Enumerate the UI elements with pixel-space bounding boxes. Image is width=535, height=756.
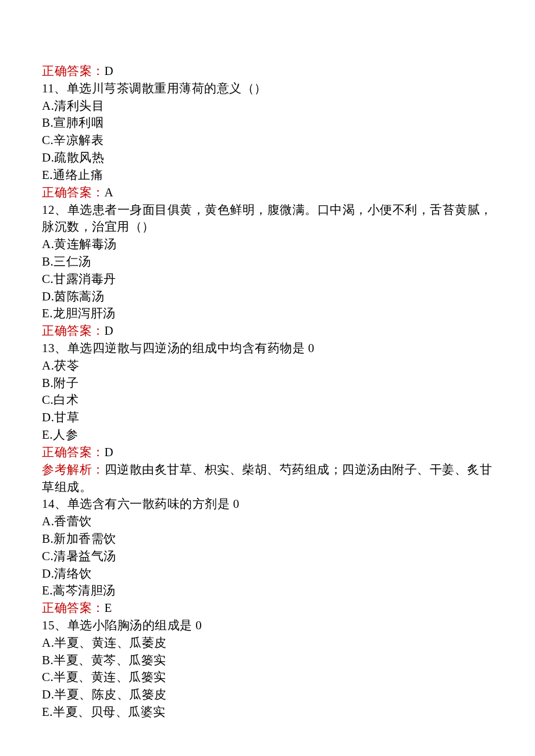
q14-option-c: C.清暑益气汤 [42, 548, 493, 565]
q11-option-a: A.清利头目 [42, 98, 493, 115]
correct-answer-label: 正确答案： [42, 601, 105, 615]
q14-option-a: A.香蕾饮 [42, 513, 493, 531]
q12-option-c: C.甘露消毒丹 [42, 271, 493, 288]
q12-option-a: A.黄连解毒汤 [42, 236, 493, 253]
q14-option-e: E.蒿芩清胆汤 [42, 582, 493, 600]
q13-option-c: C.白术 [42, 392, 493, 409]
q13-option-b: B.附子 [42, 375, 493, 392]
q12-answer-line: 正确答案：D [42, 323, 493, 340]
q15-option-a: A.半夏、黄连、瓜萎皮 [42, 635, 493, 652]
q14-option-d: D.清络饮 [42, 565, 493, 583]
q13-analysis-text: 四逆散由炙甘草、枳实、柴胡、芍药组成；四逆汤由附子、干姜、炙甘草组成。 [42, 463, 492, 494]
q11-head: 11、单选川芎茶调散重用薄荷的意义（） [42, 80, 493, 98]
q14-head: 14、单选含有六一散药味的方剂是 0 [42, 496, 493, 513]
q11-option-d: D.疏散风热 [42, 149, 493, 167]
correct-answer-label: 正确答案： [42, 64, 105, 78]
q15-head: 15、单选小陷胸汤的组成是 0 [42, 617, 493, 635]
q14-answer-line: 正确答案：E [42, 600, 493, 617]
prev-answer-line: 正确答案：D [42, 63, 493, 80]
q11-option-e: E.通络止痛 [42, 167, 493, 184]
q12-option-e: E.龙胆泻肝汤 [42, 305, 493, 323]
q12-option-d: D.茵陈蒿汤 [42, 288, 493, 306]
correct-answer-label: 正确答案： [42, 445, 105, 459]
correct-answer-label: 正确答案： [42, 324, 105, 338]
q11-option-c: C.辛凉解表 [42, 132, 493, 149]
q15-option-c: C.半夏、黄连、瓜篓实 [42, 669, 493, 686]
q11-answer-line: 正确答案：A [42, 184, 493, 202]
q12-head: 12、单选患者一身面目俱黄，黄色鲜明，腹微满。口中渴，小便不利，舌苔黄腻，脉沉数… [42, 202, 493, 237]
q11-answer-value: A [105, 185, 114, 199]
q15-option-e: E.半夏、贝母、瓜婆实 [42, 704, 493, 721]
prev-answer-value: D [105, 64, 114, 78]
correct-answer-label: 正确答案： [42, 185, 105, 199]
document-page: 正确答案：D 11、单选川芎茶调散重用薄荷的意义（） A.清利头目 B.宣肺利咽… [0, 0, 535, 756]
q12-option-b: B.三仁汤 [42, 253, 493, 271]
q13-option-e: E.人参 [42, 427, 493, 444]
q12-answer-value: D [105, 324, 114, 338]
q13-option-a: A.茯苓 [42, 357, 493, 375]
q15-option-b: B.半夏、黄芩、瓜篓实 [42, 652, 493, 669]
analysis-label: 参考解析： [42, 463, 105, 476]
q13-answer-line: 正确答案：D [42, 444, 493, 461]
q14-option-b: B.新加香需饮 [42, 531, 493, 548]
q11-option-b: B.宣肺利咽 [42, 114, 493, 132]
q14-answer-value: E [105, 601, 112, 615]
q13-option-d: D.甘草 [42, 409, 493, 427]
q15-option-d: D.半夏、陈皮、瓜篓皮 [42, 686, 493, 704]
q13-analysis-line: 参考解析：四逆散由炙甘草、枳实、柴胡、芍药组成；四逆汤由附子、干姜、炙甘草组成。 [42, 461, 493, 496]
q13-answer-value: D [105, 445, 114, 459]
q13-head: 13、单选四逆散与四逆汤的组成中均含有药物是 0 [42, 340, 493, 357]
